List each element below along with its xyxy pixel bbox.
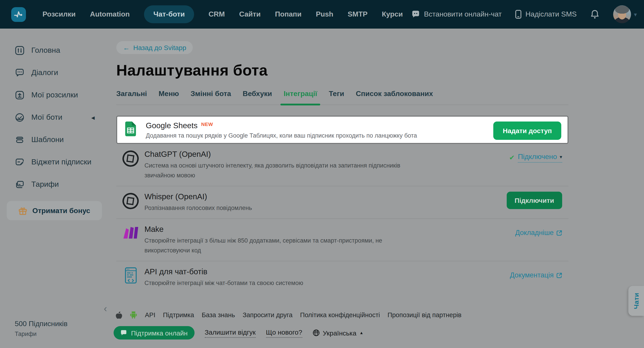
sidebar: Головна Діалоги Мої розсилки — [0, 29, 112, 348]
templates-stack-icon — [15, 135, 24, 145]
chats-side-tab[interactable]: Чати — [628, 286, 644, 316]
online-support-button[interactable]: Підтримка онлайн — [114, 326, 194, 340]
integration-name: Google Sheets — [146, 121, 198, 130]
install-online-chat-label: Встановити онлайн-чат — [424, 10, 502, 18]
tab-general[interactable]: Загальні — [116, 90, 147, 98]
dashboard-sliders-icon — [15, 46, 24, 55]
subscribers-block: 500 Підписників Тарифи — [15, 320, 68, 337]
apple-icon[interactable] — [115, 311, 122, 319]
chat-bubble-icon — [412, 10, 420, 18]
top-navigation: Розсилки Automation Чат-боти CRM Сайти П… — [0, 0, 644, 29]
integration-row-make: Make Створюйте інтеграції з більш ніж 85… — [116, 219, 568, 261]
nav-item-chatbots[interactable]: Чат-боти — [144, 5, 194, 23]
footer-links: API Підтримка База знань Запросити друга… — [115, 311, 462, 319]
leave-feedback-link[interactable]: Залишити відгук — [204, 328, 256, 338]
google-sheets-icon — [125, 122, 136, 138]
tab-menu[interactable]: Меню — [158, 90, 179, 98]
chatgpt-status: ✔ Підключено ▾ — [509, 153, 562, 163]
send-sms-label: Надіслати SMS — [526, 10, 577, 18]
my-bots-icon — [15, 113, 24, 122]
sidebar-item-label: Діалоги — [31, 68, 58, 77]
sidebar-item-label: Шаблони — [31, 135, 64, 144]
sendpulse-logo[interactable] — [11, 7, 26, 22]
integration-name: ChatGPT (OpenAI) — [144, 150, 424, 159]
footer-link-partner-offers[interactable]: Пропозиції від партнерів — [388, 311, 462, 318]
nav-item-popups[interactable]: Попапи — [275, 10, 302, 18]
footer-link-knowledge-base[interactable]: База знань — [202, 311, 235, 318]
nav-item-rozsylky[interactable]: Розсилки — [42, 10, 76, 18]
integration-row-api: API для чат-ботів Створюйте інтеграції м… — [116, 261, 568, 294]
connected-dropdown[interactable]: Підключено ▾ — [518, 153, 562, 163]
chats-tab-label: Чати — [632, 293, 640, 309]
make-logo-icon — [122, 225, 140, 240]
sidebar-item-my-bots[interactable]: Мої боти ◀ — [0, 106, 112, 129]
integration-row-chatgpt: ChatGPT (OpenAI) Система на основі штучн… — [116, 144, 568, 186]
connect-whisper-button[interactable]: Підключити — [506, 192, 562, 209]
send-sms-button[interactable]: Надіслати SMS — [515, 10, 577, 19]
make-details-link[interactable]: Докладніше — [515, 229, 562, 237]
widgets-edit-icon — [15, 157, 24, 167]
tab-bot-variables[interactable]: Змінні бота — [190, 90, 231, 98]
check-icon: ✔ — [509, 154, 515, 162]
nav-item-automation[interactable]: Automation — [90, 10, 130, 18]
footer-bottom-bar: Підтримка онлайн Залишити відгук Що ново… — [114, 326, 363, 340]
dialogs-chat-icon — [15, 68, 24, 78]
account-menu[interactable]: ▾ — [613, 5, 637, 23]
nav-item-sites[interactable]: Сайти — [239, 10, 260, 18]
sidebar-item-label: Головна — [31, 46, 60, 55]
page-title: Налаштування бота — [116, 62, 568, 79]
notifications-bell-icon[interactable] — [590, 9, 600, 20]
language-selector[interactable]: Українська ▲ — [312, 329, 363, 337]
tab-webhooks[interactable]: Вебхуки — [242, 90, 272, 98]
integration-name: API для чат-ботів — [144, 267, 303, 277]
sidebar-item-subscription-widgets[interactable]: Віджети підписки — [0, 151, 112, 173]
nav-item-push[interactable]: Push — [316, 10, 333, 18]
grant-access-button[interactable]: Надати доступ — [494, 122, 561, 140]
nav-menu: Розсилки Automation Чат-боти CRM Сайти П… — [42, 5, 403, 23]
sidebar-item-home[interactable]: Головна — [0, 39, 112, 62]
footer-link-api[interactable]: API — [145, 311, 156, 318]
back-to-bot-button[interactable]: ← Назад до Svitapp — [116, 41, 193, 54]
integration-name: Make — [144, 225, 406, 234]
sidebar-item-dialogs[interactable]: Діалоги — [0, 62, 112, 84]
back-label: Назад до Svitapp — [133, 44, 186, 51]
tab-blocked-list[interactable]: Список заблокованих — [356, 90, 433, 98]
details-label: Докладніше — [515, 229, 554, 237]
openai-logo-icon — [122, 150, 140, 168]
get-bonus-button[interactable]: Отримати бонус — [7, 201, 102, 220]
online-support-label: Підтримка онлайн — [131, 329, 188, 337]
tab-integrations[interactable]: Інтеграції — [284, 90, 317, 98]
sidebar-item-label: Мої боти — [31, 113, 62, 122]
tab-tags[interactable]: Теги — [329, 90, 344, 98]
integration-description: Створюйте інтеграції з більш ніж 850 дод… — [144, 236, 406, 256]
sidebar-item-my-campaigns[interactable]: Мої розсилки — [0, 84, 112, 106]
support-chat-icon — [120, 330, 127, 336]
android-icon[interactable] — [130, 311, 137, 319]
footer-link-invite-friend[interactable]: Запросити друга — [242, 311, 292, 318]
get-bonus-label: Отримати бонус — [32, 207, 90, 215]
nav-item-smtp[interactable]: SMTP — [348, 10, 368, 18]
integration-row-whisper: Whisper (OpenAI) Розпізнавання голосових… — [116, 186, 568, 219]
whats-new-link[interactable]: Що нового? — [266, 328, 302, 338]
sidebar-collapse-chevron-icon[interactable]: ‹ — [104, 304, 107, 314]
integration-description: Розпізнавання голосових повідомлень — [144, 203, 252, 213]
api-code-icon — [122, 267, 140, 284]
sidebar-item-templates[interactable]: Шаблони — [0, 129, 112, 151]
footer-link-support[interactable]: Підтримка — [163, 311, 194, 318]
nav-item-courses[interactable]: Курси — [382, 10, 403, 18]
globe-icon — [312, 329, 320, 336]
user-avatar — [613, 5, 631, 23]
tariffs-link[interactable]: Тарифи — [15, 331, 68, 337]
sidebar-item-pricing[interactable]: Тарифи — [0, 173, 112, 196]
integration-name: Whisper (OpenAI) — [144, 192, 252, 201]
settings-tabs: Загальні Меню Змінні бота Вебхуки Інтегр… — [116, 90, 568, 105]
api-documentation-link[interactable]: Документація — [510, 271, 562, 279]
language-label: Українська — [323, 329, 356, 337]
collapse-left-caret-icon[interactable]: ◀ — [91, 115, 94, 120]
install-online-chat-button[interactable]: Встановити онлайн-чат — [412, 10, 502, 18]
subscribers-count: 500 Підписників — [15, 320, 68, 328]
integration-description: Додавання та пошук рядків у Google Табли… — [146, 132, 417, 139]
nav-item-crm[interactable]: CRM — [209, 10, 225, 18]
campaigns-upload-icon — [15, 90, 24, 100]
footer-link-privacy-policy[interactable]: Політика конфіденційності — [300, 311, 380, 318]
